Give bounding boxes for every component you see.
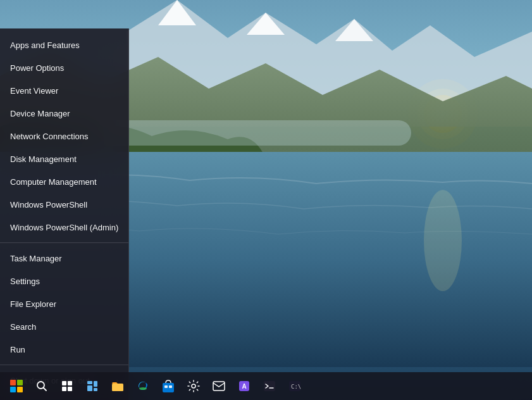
edge-button[interactable] — [132, 375, 154, 397]
menu-item-computer-management[interactable]: Computer Management — [0, 170, 128, 193]
menu-item-event-viewer[interactable]: Event Viewer — [0, 79, 128, 102]
menu-item-windows-powershell-admin[interactable]: Windows PowerShell (Admin) — [0, 216, 128, 239]
svg-rect-15 — [94, 388, 97, 391]
logo-cell-bl — [10, 387, 16, 392]
context-menu: Apps and Features Power Options Event Vi… — [0, 28, 129, 400]
menu-item-task-manager[interactable]: Task Manager — [0, 247, 128, 270]
file-explorer-button[interactable] — [106, 375, 129, 397]
separator-1 — [0, 242, 128, 243]
store-button[interactable] — [157, 375, 180, 397]
cmd-icon: C:\> — [288, 380, 301, 392]
svg-rect-25 — [264, 381, 275, 391]
widgets-icon — [87, 380, 98, 392]
svg-point-17 — [139, 387, 147, 390]
svg-rect-22 — [213, 382, 225, 391]
app1-icon: A — [238, 380, 251, 392]
svg-line-7 — [44, 388, 47, 391]
menu-item-settings[interactable]: Settings — [0, 270, 128, 292]
menu-item-device-manager[interactable]: Device Manager — [0, 102, 128, 125]
mail-icon — [213, 381, 225, 391]
widgets-button[interactable] — [81, 375, 104, 397]
menu-item-windows-powershell[interactable]: Windows PowerShell — [0, 193, 128, 216]
terminal-icon — [263, 380, 276, 392]
search-icon — [36, 380, 47, 392]
logo-cell-tl — [10, 380, 16, 385]
settings-icon — [187, 380, 200, 392]
svg-rect-12 — [87, 381, 92, 384]
store-icon — [163, 380, 174, 392]
menu-item-file-explorer[interactable]: File Explorer — [0, 292, 128, 315]
svg-rect-19 — [164, 385, 168, 388]
taskbar: A C:\> — [0, 372, 532, 400]
edge-icon — [137, 380, 149, 392]
file-explorer-icon — [111, 380, 124, 392]
logo-cell-br — [17, 387, 23, 392]
logo-cell-tr — [17, 380, 23, 385]
windows-logo — [10, 380, 23, 392]
svg-rect-13 — [87, 385, 92, 391]
menu-item-apps-features[interactable]: Apps and Features — [0, 34, 128, 56]
svg-rect-20 — [169, 385, 172, 388]
terminal-button[interactable] — [258, 375, 281, 397]
svg-point-21 — [192, 384, 195, 388]
cmd-button[interactable]: C:\> — [283, 375, 306, 397]
separator-2 — [0, 365, 128, 365]
settings-button[interactable] — [182, 375, 205, 397]
menu-item-search[interactable]: Search — [0, 315, 128, 338]
task-view-icon — [61, 380, 73, 392]
mail-button[interactable] — [207, 375, 230, 397]
svg-text:A: A — [242, 383, 246, 390]
svg-rect-18 — [163, 383, 174, 392]
svg-text:C:\>: C:\> — [291, 384, 301, 390]
menu-item-run[interactable]: Run — [0, 338, 128, 361]
svg-rect-5 — [95, 120, 411, 146]
svg-rect-10 — [62, 387, 66, 391]
menu-item-disk-management[interactable]: Disk Management — [0, 147, 128, 170]
start-button[interactable] — [5, 375, 28, 397]
menu-item-network-connections[interactable]: Network Connections — [0, 125, 128, 147]
svg-rect-14 — [94, 381, 97, 387]
svg-point-4 — [424, 190, 462, 291]
svg-rect-11 — [68, 387, 72, 391]
svg-rect-16 — [112, 384, 123, 391]
search-button[interactable] — [30, 375, 53, 397]
app1-button[interactable]: A — [233, 375, 256, 397]
svg-rect-8 — [62, 381, 66, 385]
menu-item-power-options[interactable]: Power Options — [0, 56, 128, 79]
desktop: Apps and Features Power Options Event Vi… — [0, 0, 532, 400]
svg-rect-9 — [68, 381, 72, 385]
task-view-button[interactable] — [56, 375, 78, 397]
